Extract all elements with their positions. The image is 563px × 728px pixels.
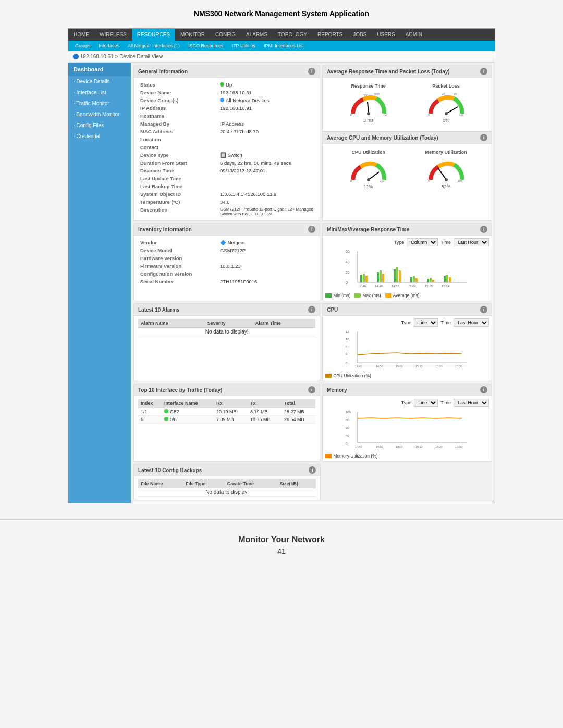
- nav-jobs[interactable]: JOBS: [348, 29, 372, 41]
- svg-text:15:30: 15:30: [455, 445, 462, 448]
- alarms-header: Latest 10 Alarms i: [134, 304, 320, 316]
- response-time-body: Response Time: [323, 78, 492, 129]
- subnav-groups[interactable]: Groups: [71, 42, 95, 50]
- nav-monitor[interactable]: MONITOR: [175, 29, 210, 41]
- page-number: 41: [0, 547, 563, 556]
- memory-time-select[interactable]: Last Hour: [454, 399, 489, 407]
- interface-dot-2: [164, 417, 168, 421]
- sidebar-item-traffic-monitor[interactable]: · Traffic Monitor: [68, 98, 131, 109]
- general-info-icon[interactable]: i: [308, 68, 315, 75]
- inventory-header: Inventory Information i: [134, 224, 320, 236]
- response-time-panel: Average Response Time and Packet Loss (T…: [322, 65, 492, 221]
- svg-text:60: 60: [346, 426, 349, 429]
- cpu-time-select[interactable]: Last Hour: [454, 318, 489, 327]
- svg-text:20: 20: [346, 270, 350, 274]
- inventory-icon[interactable]: i: [308, 226, 315, 233]
- alarms-table: Alarm Name Severity Alarm Time No data t…: [138, 319, 315, 336]
- nav-wireless[interactable]: WIRELESS: [94, 29, 132, 41]
- svg-line-12: [369, 172, 379, 180]
- nav-reports[interactable]: REPORTS: [312, 29, 348, 41]
- cpu-chart-svg: 0 12 10 8 6 14:40 14:50 15:00 15:10: [325, 329, 489, 371]
- legend-max: Max (ms): [354, 293, 381, 298]
- bottom-title: Monitor Your Network: [0, 535, 563, 545]
- top-interfaces-icon[interactable]: i: [308, 386, 315, 393]
- memory-chart-area: Type Line Time Last Hour 0 100 80 60: [323, 396, 492, 461]
- row-2: Inventory Information i Vendor 🔷 Netgear…: [133, 223, 492, 301]
- cpu-legend-color: [325, 374, 332, 378]
- sidebar-item-bandwidth-monitor[interactable]: · Bandwidth Monitor: [68, 109, 131, 120]
- sidebar-item-credential[interactable]: · Credential: [68, 131, 131, 142]
- packet-loss-gauge: Packet Loss 0: [425, 83, 467, 123]
- nav-admin[interactable]: ADMIN: [400, 29, 427, 41]
- svg-rect-31: [382, 274, 384, 282]
- minmax-type-select[interactable]: Column: [407, 238, 438, 246]
- svg-text:0: 0: [346, 281, 348, 285]
- nav-topology[interactable]: TOPOLOGY: [273, 29, 312, 41]
- sidebar-item-interface-list[interactable]: · Interface List: [68, 87, 131, 98]
- nav-home[interactable]: HOME: [68, 29, 94, 41]
- subnav-ipmi[interactable]: IPMI Interfaces List: [260, 42, 308, 50]
- top-interfaces-panel: Top 10 Interface by Traffic (Today) i In…: [133, 384, 320, 462]
- legend-min-color: [325, 293, 332, 298]
- response-gauge-svg: 0 1500 2965 100: [348, 90, 389, 116]
- minmax-icon[interactable]: i: [480, 226, 487, 233]
- content-area: Dashboard · Device Details · Interface L…: [68, 63, 495, 503]
- memory-type-select[interactable]: Line: [414, 399, 438, 407]
- cpu-memory-header: Average CPU and Memory Utilization (Toda…: [323, 131, 492, 144]
- minmax-response-panel: Min/Max/Average Response Time i Type Col…: [322, 223, 492, 301]
- svg-text:0: 0: [428, 179, 430, 182]
- minmax-time-select[interactable]: Last Hour: [454, 238, 489, 246]
- cpu-legend: CPU Utilization (%): [325, 373, 489, 378]
- svg-rect-34: [399, 270, 401, 282]
- sidebar-title: Dashboard: [68, 63, 131, 76]
- svg-text:15:20: 15:20: [435, 445, 443, 448]
- table-row: Firmware Version 10.0.1.23: [138, 262, 315, 270]
- svg-rect-26: [360, 275, 362, 282]
- empty-right-panel: [323, 464, 492, 500]
- general-info-body: Status Up Device Name 192.168.10.61 Devi…: [134, 78, 320, 220]
- svg-text:14:49: 14:49: [358, 285, 366, 288]
- memory-legend: Memory Utilization (%): [325, 453, 489, 459]
- legend-avg: Average (ms): [385, 293, 420, 298]
- nav-resources[interactable]: RESOURCES: [132, 29, 175, 41]
- cpu-memory-icon[interactable]: i: [480, 134, 487, 141]
- config-backups-body: File Name File Type Create Time Size(kB)…: [134, 476, 320, 500]
- svg-text:40: 40: [442, 93, 445, 96]
- response-time-icon[interactable]: i: [480, 68, 487, 75]
- bottom-section: Monitor Your Network 41: [0, 519, 563, 561]
- memory-chart-panel: Memory i Type Line Time Last Hour: [322, 384, 492, 462]
- memory-chart-icon[interactable]: i: [480, 386, 487, 393]
- subnav-isco[interactable]: ISCO Resources: [184, 42, 228, 50]
- table-row: No data to display!: [138, 328, 315, 336]
- svg-rect-37: [415, 278, 418, 282]
- sidebar-item-config-files[interactable]: · Config Files: [68, 120, 131, 131]
- sidebar-item-device-details[interactable]: · Device Details: [68, 76, 131, 87]
- subnav-all-netgear[interactable]: All Netgear Interfaces (1): [124, 42, 184, 50]
- table-row: IP Address 192.168.10.91: [138, 104, 315, 112]
- nav-users[interactable]: USERS: [372, 29, 400, 41]
- table-row: MAC Address 20:4e:7f:7b:d8:70: [138, 128, 315, 135]
- row-1: General Information i Status Up Device N…: [133, 65, 492, 221]
- memory-gauge-svg: 0 100: [425, 156, 467, 182]
- svg-text:100: 100: [458, 179, 462, 182]
- svg-text:80: 80: [454, 93, 457, 96]
- breadcrumb: 🔵 192.168.10.61 > Device Detail View: [68, 51, 495, 63]
- subnav-itp[interactable]: ITP Utilities: [228, 42, 260, 50]
- nav-config[interactable]: CONFIG: [210, 29, 241, 41]
- config-backups-icon[interactable]: i: [309, 466, 316, 474]
- nav-alarms[interactable]: ALARMS: [241, 29, 273, 41]
- memory-legend-item: Memory Utilization (%): [325, 453, 378, 459]
- subnav-interfaces[interactable]: Interfaces: [95, 42, 124, 50]
- cpu-memory-gauges: CPU Utilization 0: [327, 147, 487, 192]
- table-row: Hostname: [138, 112, 315, 120]
- svg-text:15:04: 15:04: [408, 285, 417, 288]
- cpu-type-select[interactable]: Line: [414, 318, 438, 327]
- svg-text:2965: 2965: [374, 93, 380, 96]
- svg-text:0: 0: [428, 113, 430, 116]
- svg-rect-43: [449, 277, 451, 282]
- alarms-icon[interactable]: i: [308, 306, 315, 313]
- cpu-chart-icon[interactable]: i: [480, 306, 487, 313]
- svg-text:15:15: 15:15: [425, 285, 433, 288]
- svg-text:14:50: 14:50: [376, 365, 383, 368]
- memory-chart-header: Memory i: [323, 384, 492, 396]
